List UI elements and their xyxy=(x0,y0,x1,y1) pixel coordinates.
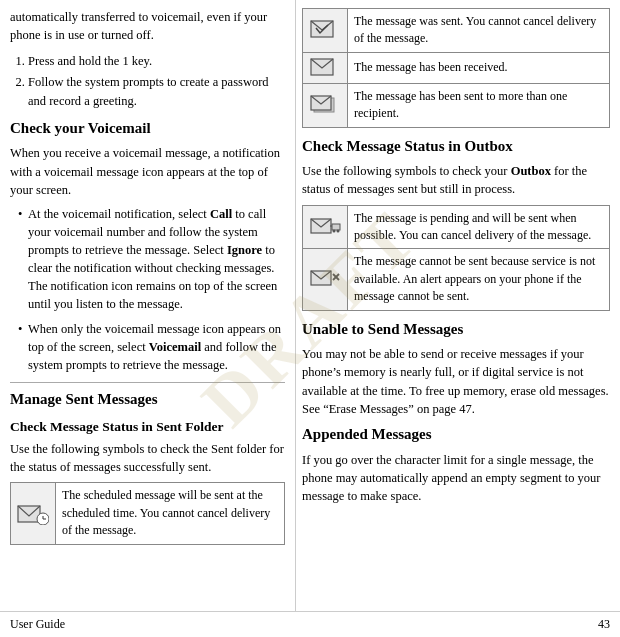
svg-rect-9 xyxy=(332,224,340,230)
pending-envelope-icon xyxy=(309,216,341,238)
icon-cell-failed xyxy=(303,249,348,310)
failed-envelope-icon xyxy=(309,268,341,290)
icon-cell-multi xyxy=(303,83,348,127)
outbox-bold: Outbox xyxy=(511,164,551,178)
icon-cell-received xyxy=(303,52,348,83)
manage-sent-heading: Manage Sent Messages xyxy=(10,389,285,411)
outbox-table: The message is pending and will be sent … xyxy=(302,205,610,311)
svg-point-10 xyxy=(333,229,336,232)
table-row: The message has been received. xyxy=(303,52,610,83)
table-row: The message was sent. You cannot cancel … xyxy=(303,9,610,53)
step-1: Press and hold the 1 key. xyxy=(28,52,285,70)
table-row: The message has been sent to more than o… xyxy=(303,83,610,127)
table-row: The message cannot be sent because servi… xyxy=(303,249,610,310)
svg-point-11 xyxy=(337,229,340,232)
voicemail-bullet-1: At the voicemail notification, select Ca… xyxy=(18,205,285,314)
sent-folder-body: Use the following symbols to check the S… xyxy=(10,440,285,476)
section-divider xyxy=(10,382,285,383)
page-container: DRAFT automatically transferred to voice… xyxy=(0,0,620,637)
scheduled-desc: The scheduled message will be sent at th… xyxy=(56,483,285,544)
footer: User Guide 43 xyxy=(0,611,620,637)
step-2: Follow the system prompts to create a pa… xyxy=(28,73,285,109)
table-row: The scheduled message will be sent at th… xyxy=(11,483,285,544)
voicemail-bullet-2: When only the voicemail message icon app… xyxy=(18,320,285,374)
appended-messages-body: If you go over the character limit for a… xyxy=(302,451,610,505)
check-voicemail-heading: Check your Voicemail xyxy=(10,118,285,140)
appended-messages-heading: Appended Messages xyxy=(302,424,610,446)
footer-right: 43 xyxy=(598,616,610,633)
failed-desc: The message cannot be sent because servi… xyxy=(348,249,610,310)
table-row: The message is pending and will be sent … xyxy=(303,205,610,249)
sent-folder-table-right: The message was sent. You cannot cancel … xyxy=(302,8,610,128)
multi-recipient-desc: The message has been sent to more than o… xyxy=(348,83,610,127)
content-wrapper: automatically transferred to voicemail, … xyxy=(0,0,620,611)
outbox-body: Use the following symbols to check your … xyxy=(302,162,610,198)
intro-text: automatically transferred to voicemail, … xyxy=(10,8,285,44)
icon-cell-pending xyxy=(303,205,348,249)
unable-to-send-heading: Unable to Send Messages xyxy=(302,319,610,341)
received-desc: The message has been received. xyxy=(348,52,610,83)
unable-to-send-body: You may not be able to send or receive m… xyxy=(302,345,610,418)
sent-folder-table-left: The scheduled message will be sent at th… xyxy=(10,482,285,544)
pending-desc: The message is pending and will be sent … xyxy=(348,205,610,249)
voicemail-body: When you receive a voicemail message, a … xyxy=(10,144,285,198)
received-envelope-icon xyxy=(309,57,341,79)
check-outbox-heading: Check Message Status in Outbox xyxy=(302,136,610,158)
multi-envelope-icon xyxy=(309,94,341,116)
icon-cell-sent xyxy=(303,9,348,53)
steps-list: Press and hold the 1 key. Follow the sys… xyxy=(28,52,285,109)
scheduled-envelope-icon xyxy=(17,503,49,525)
sent-desc: The message was sent. You cannot cancel … xyxy=(348,9,610,53)
left-column: automatically transferred to voicemail, … xyxy=(0,0,295,611)
check-sent-folder-heading: Check Message Status in Sent Folder xyxy=(10,417,285,437)
footer-left: User Guide xyxy=(10,616,65,633)
sent-envelope-icon xyxy=(309,19,341,41)
voicemail-bullets: At the voicemail notification, select Ca… xyxy=(18,205,285,374)
right-column: The message was sent. You cannot cancel … xyxy=(295,0,620,611)
icon-cell-scheduled xyxy=(11,483,56,544)
